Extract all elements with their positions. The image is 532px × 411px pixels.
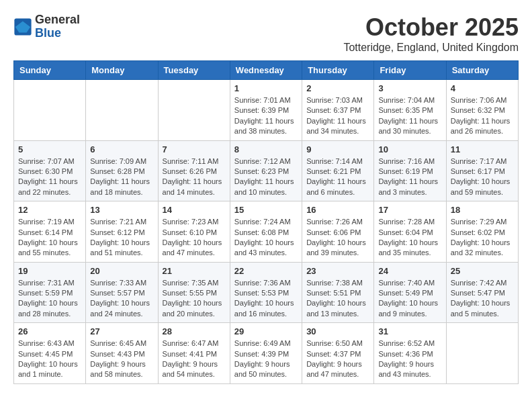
calendar-cell: 8Sunrise: 7:12 AMSunset: 6:23 PMDaylight… xyxy=(230,140,302,201)
location-title: Totteridge, England, United Kingdom xyxy=(343,42,519,54)
calendar-week-1: 1Sunrise: 7:01 AMSunset: 6:39 PMDaylight… xyxy=(14,80,519,141)
calendar-cell: 14Sunrise: 7:23 AMSunset: 6:10 PMDayligh… xyxy=(158,201,230,263)
day-number: 31 xyxy=(378,326,441,336)
day-info: Sunrise: 7:04 AMSunset: 6:35 PMDaylight:… xyxy=(378,95,441,137)
day-number: 17 xyxy=(378,205,441,215)
calendar-cell xyxy=(158,80,230,141)
calendar-cell: 10Sunrise: 7:16 AMSunset: 6:19 PMDayligh… xyxy=(374,140,446,201)
month-title: October 2025 xyxy=(343,13,519,42)
calendar-cell: 29Sunrise: 6:49 AMSunset: 4:39 PMDayligh… xyxy=(230,323,302,384)
calendar-cell xyxy=(86,80,158,141)
calendar-cell: 11Sunrise: 7:17 AMSunset: 6:17 PMDayligh… xyxy=(446,140,518,201)
day-info: Sunrise: 7:24 AMSunset: 6:08 PMDaylight:… xyxy=(234,217,298,259)
day-info: Sunrise: 7:35 AMSunset: 5:55 PMDaylight:… xyxy=(163,278,226,320)
calendar-cell xyxy=(14,80,86,141)
day-info: Sunrise: 7:36 AMSunset: 5:53 PMDaylight:… xyxy=(234,278,298,320)
day-number: 12 xyxy=(18,205,81,215)
day-info: Sunrise: 6:43 AMSunset: 4:45 PMDaylight:… xyxy=(18,338,81,380)
day-number: 7 xyxy=(163,144,226,154)
calendar-cell: 9Sunrise: 7:14 AMSunset: 6:21 PMDaylight… xyxy=(302,140,374,201)
day-number: 24 xyxy=(378,266,441,276)
day-info: Sunrise: 7:29 AMSunset: 6:02 PMDaylight:… xyxy=(451,217,514,259)
calendar-cell: 3Sunrise: 7:04 AMSunset: 6:35 PMDaylight… xyxy=(374,80,446,141)
day-info: Sunrise: 6:45 AMSunset: 4:43 PMDaylight:… xyxy=(90,338,153,380)
calendar-cell: 15Sunrise: 7:24 AMSunset: 6:08 PMDayligh… xyxy=(230,201,302,263)
day-number: 6 xyxy=(90,144,153,154)
weekday-header-thursday: Thursday xyxy=(302,61,374,80)
calendar-cell: 2Sunrise: 7:03 AMSunset: 6:37 PMDaylight… xyxy=(302,80,374,141)
title-area: October 2025 Totteridge, England, United… xyxy=(343,13,519,54)
day-info: Sunrise: 7:21 AMSunset: 6:12 PMDaylight:… xyxy=(90,217,153,259)
day-number: 16 xyxy=(306,205,369,215)
calendar-cell: 25Sunrise: 7:42 AMSunset: 5:47 PMDayligh… xyxy=(446,262,518,323)
weekday-header-row: SundayMondayTuesdayWednesdayThursdayFrid… xyxy=(14,61,519,80)
day-number: 8 xyxy=(234,144,298,154)
day-info: Sunrise: 7:12 AMSunset: 6:23 PMDaylight:… xyxy=(234,156,298,198)
calendar-cell: 31Sunrise: 6:52 AMSunset: 4:36 PMDayligh… xyxy=(374,323,446,384)
logo: General Blue xyxy=(13,13,80,40)
calendar-cell: 24Sunrise: 7:40 AMSunset: 5:49 PMDayligh… xyxy=(374,262,446,323)
day-number: 21 xyxy=(163,266,226,276)
header: General Blue October 2025 Totteridge, En… xyxy=(13,13,519,54)
calendar-cell: 28Sunrise: 6:47 AMSunset: 4:41 PMDayligh… xyxy=(158,323,230,384)
calendar-cell: 16Sunrise: 7:26 AMSunset: 6:06 PMDayligh… xyxy=(302,201,374,263)
day-info: Sunrise: 7:23 AMSunset: 6:10 PMDaylight:… xyxy=(163,217,226,259)
calendar-cell: 5Sunrise: 7:07 AMSunset: 6:30 PMDaylight… xyxy=(14,140,86,201)
day-number: 23 xyxy=(306,266,369,276)
day-number: 9 xyxy=(306,144,369,154)
calendar-cell: 4Sunrise: 7:06 AMSunset: 6:32 PMDaylight… xyxy=(446,80,518,141)
day-number: 14 xyxy=(163,205,226,215)
day-number: 19 xyxy=(18,266,81,276)
calendar-week-4: 19Sunrise: 7:31 AMSunset: 5:59 PMDayligh… xyxy=(14,262,519,323)
day-info: Sunrise: 7:14 AMSunset: 6:21 PMDaylight:… xyxy=(306,156,369,198)
weekday-header-monday: Monday xyxy=(86,61,158,80)
day-info: Sunrise: 7:19 AMSunset: 6:14 PMDaylight:… xyxy=(18,217,81,259)
calendar-cell: 23Sunrise: 7:38 AMSunset: 5:51 PMDayligh… xyxy=(302,262,374,323)
calendar-cell: 20Sunrise: 7:33 AMSunset: 5:57 PMDayligh… xyxy=(86,262,158,323)
day-info: Sunrise: 7:09 AMSunset: 6:28 PMDaylight:… xyxy=(90,156,153,198)
day-info: Sunrise: 6:52 AMSunset: 4:36 PMDaylight:… xyxy=(378,338,441,380)
logo-blue: Blue xyxy=(35,27,80,40)
day-info: Sunrise: 6:49 AMSunset: 4:39 PMDaylight:… xyxy=(234,338,298,380)
weekday-header-sunday: Sunday xyxy=(14,61,86,80)
day-info: Sunrise: 7:11 AMSunset: 6:26 PMDaylight:… xyxy=(163,156,226,198)
calendar-cell: 19Sunrise: 7:31 AMSunset: 5:59 PMDayligh… xyxy=(14,262,86,323)
logo-text: General Blue xyxy=(35,13,80,40)
day-info: Sunrise: 7:38 AMSunset: 5:51 PMDaylight:… xyxy=(306,278,369,320)
day-number: 30 xyxy=(306,326,369,336)
day-info: Sunrise: 7:16 AMSunset: 6:19 PMDaylight:… xyxy=(378,156,441,198)
day-number: 1 xyxy=(234,83,298,93)
day-number: 11 xyxy=(451,144,514,154)
calendar-cell: 7Sunrise: 7:11 AMSunset: 6:26 PMDaylight… xyxy=(158,140,230,201)
day-info: Sunrise: 6:47 AMSunset: 4:41 PMDaylight:… xyxy=(163,338,226,380)
calendar-cell: 12Sunrise: 7:19 AMSunset: 6:14 PMDayligh… xyxy=(14,201,86,263)
day-number: 20 xyxy=(90,266,153,276)
day-number: 22 xyxy=(234,266,298,276)
day-info: Sunrise: 7:26 AMSunset: 6:06 PMDaylight:… xyxy=(306,217,369,259)
calendar-cell: 17Sunrise: 7:28 AMSunset: 6:04 PMDayligh… xyxy=(374,201,446,263)
day-number: 27 xyxy=(90,326,153,336)
day-info: Sunrise: 7:28 AMSunset: 6:04 PMDaylight:… xyxy=(378,217,441,259)
calendar-cell: 30Sunrise: 6:50 AMSunset: 4:37 PMDayligh… xyxy=(302,323,374,384)
weekday-header-wednesday: Wednesday xyxy=(230,61,302,80)
day-info: Sunrise: 6:50 AMSunset: 4:37 PMDaylight:… xyxy=(306,338,369,380)
calendar-cell: 18Sunrise: 7:29 AMSunset: 6:02 PMDayligh… xyxy=(446,201,518,263)
day-number: 26 xyxy=(18,326,81,336)
day-number: 4 xyxy=(451,83,514,93)
day-number: 2 xyxy=(306,83,369,93)
calendar-cell: 26Sunrise: 6:43 AMSunset: 4:45 PMDayligh… xyxy=(14,323,86,384)
weekday-header-friday: Friday xyxy=(374,61,446,80)
calendar-week-3: 12Sunrise: 7:19 AMSunset: 6:14 PMDayligh… xyxy=(14,201,519,263)
calendar-cell: 27Sunrise: 6:45 AMSunset: 4:43 PMDayligh… xyxy=(86,323,158,384)
calendar-week-2: 5Sunrise: 7:07 AMSunset: 6:30 PMDaylight… xyxy=(14,140,519,201)
day-info: Sunrise: 7:06 AMSunset: 6:32 PMDaylight:… xyxy=(451,95,514,137)
weekday-header-tuesday: Tuesday xyxy=(158,61,230,80)
calendar-cell: 22Sunrise: 7:36 AMSunset: 5:53 PMDayligh… xyxy=(230,262,302,323)
day-number: 5 xyxy=(18,144,81,154)
day-info: Sunrise: 7:42 AMSunset: 5:47 PMDaylight:… xyxy=(451,278,514,320)
day-number: 10 xyxy=(378,144,441,154)
day-number: 25 xyxy=(451,266,514,276)
calendar-cell: 21Sunrise: 7:35 AMSunset: 5:55 PMDayligh… xyxy=(158,262,230,323)
logo-general: General xyxy=(35,13,80,27)
calendar-cell: 13Sunrise: 7:21 AMSunset: 6:12 PMDayligh… xyxy=(86,201,158,263)
